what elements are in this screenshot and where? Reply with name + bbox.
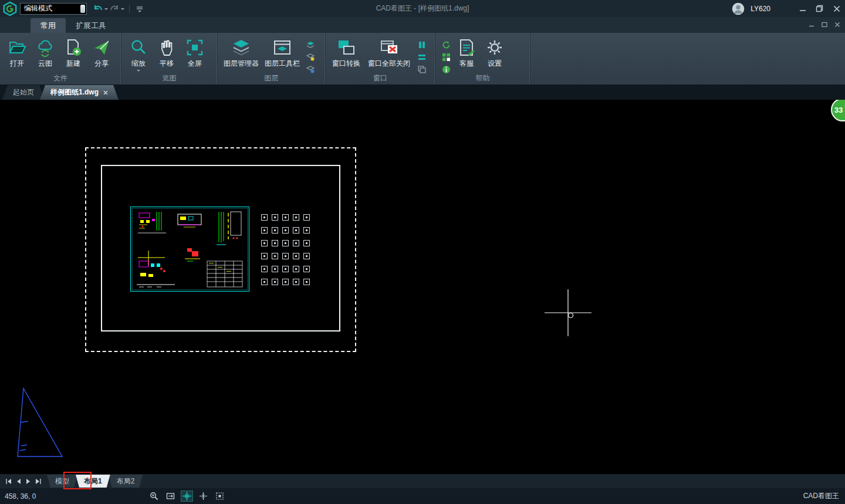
- button-label: 图层工具栏: [265, 59, 300, 69]
- notification-badge[interactable]: 33: [831, 100, 845, 121]
- share-icon: [92, 38, 111, 57]
- layout-tab-label: 模型: [55, 476, 69, 486]
- close-all-windows-icon: [379, 38, 399, 57]
- doc-tab-label: 起始页: [13, 87, 34, 97]
- ribbon-panel-icon[interactable]: [820, 21, 829, 28]
- crosshair-cursor: [545, 289, 592, 336]
- tile-vertical-icon[interactable]: [416, 39, 428, 50]
- status-lineweight-icon[interactable]: [197, 491, 209, 502]
- button-label: 分享: [94, 59, 109, 69]
- user-avatar-icon[interactable]: [731, 1, 746, 16]
- group-label-view: 览图: [121, 73, 217, 83]
- mode-select-value: 编辑模式: [24, 4, 52, 13]
- restore-icon[interactable]: [811, 0, 828, 17]
- ribbon-close-icon[interactable]: [833, 21, 841, 28]
- nav-prev-icon[interactable]: [15, 477, 22, 485]
- ribbon-tab-common[interactable]: 常用: [31, 18, 66, 33]
- status-crosshair-icon[interactable]: [181, 491, 193, 502]
- fullscreen-button[interactable]: 全屏: [181, 36, 208, 69]
- drawing-canvas[interactable]: 33: [0, 100, 845, 474]
- close-icon[interactable]: [828, 0, 845, 17]
- group-label-layers: 图层: [218, 73, 325, 83]
- status-zoom-icon[interactable]: [148, 491, 160, 502]
- layer-tool-icon-2[interactable]: [305, 52, 316, 62]
- ribbon-group-file: 打开 云图 新建 分享 文件: [0, 33, 121, 84]
- ribbon-group-help: 客服 设置 帮助: [435, 33, 530, 84]
- ribbon-group-layers: 图层管理器 图层工具栏 图层: [218, 33, 326, 84]
- doc-tab-label: 样例图纸1.dwg: [50, 87, 99, 97]
- group-label-file: 文件: [0, 73, 121, 83]
- layout-tab-layout2[interactable]: 布局2: [109, 475, 143, 488]
- symbol-legend-grid: [260, 212, 313, 292]
- titlebar: 编辑模式 CAD看图王 - [样例图纸1.dwg] LY620: [0, 0, 845, 17]
- share-button[interactable]: 分享: [88, 36, 115, 69]
- quick-access-more-icon[interactable]: [134, 3, 145, 15]
- ribbon-minimize-icon[interactable]: [807, 21, 816, 28]
- cloud-drawing-button[interactable]: 云图: [32, 36, 59, 69]
- blue-triangle-drawing: [15, 387, 65, 459]
- button-label: 缩放: [131, 59, 146, 69]
- tab-close-icon[interactable]: [103, 89, 108, 97]
- pan-hand-icon: [157, 38, 177, 57]
- ribbon-tab-extended-tools[interactable]: 扩展工具: [66, 18, 116, 33]
- button-label: 平移: [160, 59, 174, 69]
- layer-tools-mini-column: [305, 36, 316, 75]
- username[interactable]: LY620: [751, 5, 770, 13]
- ribbon-tab-row: 常用 扩展工具: [0, 17, 845, 33]
- group-label-help: 帮助: [435, 73, 530, 83]
- settings-button[interactable]: 设置: [481, 36, 508, 69]
- nav-last-icon[interactable]: [35, 477, 42, 485]
- undo-icon[interactable]: [93, 3, 103, 15]
- zoom-button[interactable]: 缩放: [125, 36, 152, 73]
- ribbon-group-view: 缩放 平移 全屏 览图: [121, 33, 218, 84]
- drawing-viewport-frame[interactable]: [130, 207, 249, 292]
- redo-dropdown-icon[interactable]: [121, 8, 124, 12]
- mode-select[interactable]: 编辑模式: [20, 3, 87, 15]
- doc-tab-sample-drawing[interactable]: 样例图纸1.dwg: [40, 85, 119, 100]
- nav-first-icon[interactable]: [5, 477, 12, 485]
- button-label: 云图: [38, 59, 52, 69]
- pan-button[interactable]: 平移: [153, 36, 180, 69]
- layer-toolbar-icon: [272, 38, 292, 57]
- button-label: 设置: [488, 59, 502, 69]
- open-button[interactable]: 打开: [4, 36, 31, 69]
- doc-tab-start-page[interactable]: 起始页: [2, 85, 45, 100]
- update-icon[interactable]: [440, 39, 452, 50]
- button-label: 打开: [10, 59, 24, 69]
- app-window: 编辑模式 CAD看图王 - [样例图纸1.dwg] LY620: [0, 0, 845, 504]
- help-tools-mini-column: [440, 36, 452, 75]
- close-all-windows-button[interactable]: 窗口全部关闭: [364, 36, 414, 69]
- ribbon-tab-label: 扩展工具: [76, 21, 106, 31]
- mode-select-thumb[interactable]: [80, 5, 85, 13]
- status-fit-icon[interactable]: [164, 491, 177, 502]
- layer-toolbar-button[interactable]: 图层工具栏: [262, 36, 302, 69]
- ribbon: 打开 云图 新建 分享 文件: [0, 33, 845, 84]
- nav-next-icon[interactable]: [25, 477, 32, 485]
- layer-manager-icon: [231, 38, 251, 57]
- redo-icon[interactable]: [109, 3, 120, 15]
- new-file-icon: [63, 38, 83, 57]
- status-frame-icon[interactable]: [214, 491, 226, 502]
- undo-dropdown-icon[interactable]: [104, 8, 108, 12]
- qat-separator: [129, 5, 130, 13]
- minimize-icon[interactable]: [794, 0, 811, 17]
- layout-tab-model[interactable]: 模型: [47, 475, 77, 488]
- open-folder-icon: [7, 38, 27, 57]
- group-label-window: 窗口: [326, 73, 435, 83]
- layout-nav-buttons: [0, 477, 47, 485]
- layer-tool-icon-1[interactable]: [305, 39, 316, 50]
- fullscreen-icon: [185, 38, 205, 57]
- ribbon-empty-space: [530, 33, 845, 84]
- new-button[interactable]: 新建: [60, 36, 87, 69]
- notification-count: 33: [834, 106, 843, 114]
- zoom-icon: [129, 38, 148, 57]
- layer-manager-button[interactable]: 图层管理器: [221, 36, 261, 69]
- window-switch-button[interactable]: 窗口转换: [329, 36, 363, 69]
- layout-tab-layout1[interactable]: 布局1: [76, 475, 110, 488]
- status-bar: 458, 36, 0 CAD看图王: [0, 488, 845, 504]
- apps-grid-icon[interactable]: [440, 52, 452, 62]
- customer-service-button[interactable]: 客服: [453, 36, 480, 69]
- ribbon-controls: [807, 21, 841, 28]
- tile-horizontal-icon[interactable]: [416, 52, 428, 62]
- button-label: 客服: [459, 59, 474, 69]
